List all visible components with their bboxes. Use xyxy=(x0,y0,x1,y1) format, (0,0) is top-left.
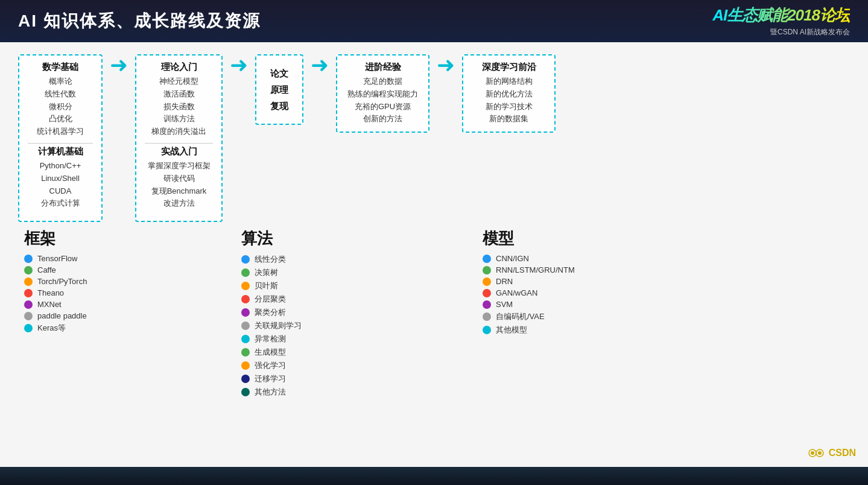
bayes-label: 贝叶斯 xyxy=(255,281,278,291)
math-item-3: 微积分 xyxy=(28,101,93,113)
practice-title: 实战入门 xyxy=(145,146,213,157)
cnn-dot xyxy=(483,255,491,263)
logo-area: AI生态赋能2018论坛 暨CSDN AI新战略发布会 xyxy=(712,5,850,37)
association-label: 关联规则学习 xyxy=(255,320,302,331)
legend-hierarchical: 分层聚类 xyxy=(241,294,410,305)
paddle-dot xyxy=(24,312,33,320)
legend-decision-tree: 决策树 xyxy=(241,267,410,278)
theano-label: Theano xyxy=(37,288,64,297)
csdn-logo: CSDN xyxy=(807,444,856,462)
autoencoder-label: 自编码机/VAE xyxy=(496,311,545,322)
logo-main: AI生态赋能2018论坛 xyxy=(712,5,850,26)
legend-drn: DRN xyxy=(483,277,682,286)
top-bar: AI 知识体系、成长路线及资源 AI生态赋能2018论坛 暨CSDN AI新战略… xyxy=(0,0,868,42)
practice-section: 实战入门 掌握深度学习框架 研读代码 复现Benchmark 改进方法 xyxy=(145,146,213,210)
keras-dot xyxy=(24,324,33,332)
legend-paddle: paddle paddle xyxy=(24,311,169,320)
models-title: 模型 xyxy=(483,228,682,249)
legend-svm: SVM xyxy=(483,300,682,309)
linear-label: 线性分类 xyxy=(255,254,286,265)
generative-label: 生成模型 xyxy=(255,347,286,358)
arrow-1: ➜ xyxy=(110,54,128,76)
paper-title: 论文原理复现 xyxy=(268,65,290,114)
legend-gan: GAN/wGAN xyxy=(483,288,682,297)
advanced-title: 进阶经验 xyxy=(346,62,420,73)
generative-dot xyxy=(241,348,250,357)
legend-association: 关联规则学习 xyxy=(241,320,410,331)
torch-dot xyxy=(24,277,33,286)
content-area: 数学基础 概率论 线性代数 微积分 凸优化 统计机器学习 计算机基础 Pytho… xyxy=(0,42,868,467)
paddle-label: paddle paddle xyxy=(37,311,87,320)
legend-other-model: 其他模型 xyxy=(483,325,682,335)
hierarchical-dot xyxy=(241,295,250,303)
legend-mxnet: MXNet xyxy=(24,300,169,309)
theory-title: 理论入门 xyxy=(145,62,213,73)
box-theory: 理论入门 神经元模型 激活函数 损失函数 训练方法 梯度的消失溢出 实战入门 掌… xyxy=(135,54,223,222)
box-advanced: 进阶经验 充足的数据 熟练的编程实现能力 充裕的GPU资源 创新的方法 xyxy=(336,54,429,133)
models-col: 模型 CNN/IGN RNN/LSTM/GRU/NTM DRN GAN/wGAN… xyxy=(477,228,688,455)
association-dot xyxy=(241,322,250,330)
anomaly-dot xyxy=(241,335,250,343)
drn-label: DRN xyxy=(496,277,513,286)
transfer-label: 迁移学习 xyxy=(255,373,286,384)
legend-transfer: 迁移学习 xyxy=(241,373,410,384)
legend-rl: 强化学习 xyxy=(241,360,410,371)
legend-generative: 生成模型 xyxy=(241,347,410,358)
rl-dot xyxy=(241,361,250,370)
computer-item-1: Python/C++ xyxy=(28,160,93,173)
computer-title: 计算机基础 xyxy=(28,146,93,157)
caffe-dot xyxy=(24,266,33,274)
flow-diagram: 数学基础 概率论 线性代数 微积分 凸优化 统计机器学习 计算机基础 Pytho… xyxy=(18,54,850,222)
box-basics: 数学基础 概率论 线性代数 微积分 凸优化 统计机器学习 计算机基础 Pytho… xyxy=(18,54,103,222)
svg-point-1 xyxy=(811,451,814,455)
legend-cluster: 聚类分析 xyxy=(241,307,410,318)
legend-anomaly: 异常检测 xyxy=(241,334,410,344)
legend-theano: Theano xyxy=(24,288,169,297)
frameworks-title: 框架 xyxy=(24,228,169,249)
caffe-label: Caffe xyxy=(37,265,56,274)
page-title: AI 知识体系、成长路线及资源 xyxy=(18,10,261,33)
math-section: 数学基础 概率论 线性代数 微积分 凸优化 统计机器学习 xyxy=(28,62,93,138)
csdn-text: CSDN xyxy=(829,448,856,458)
legend-keras: Keras等 xyxy=(24,323,169,334)
legend-tensorflow: TensorFlow xyxy=(24,254,169,263)
keras-label: Keras等 xyxy=(37,323,66,334)
other-model-label: 其他模型 xyxy=(496,325,527,335)
autoencoder-dot xyxy=(483,312,491,321)
bottom-section: 框架 TensorFlow Caffe Torch/PyTorch Theano… xyxy=(18,228,850,455)
rl-label: 强化学习 xyxy=(255,360,286,371)
math-item-2: 线性代数 xyxy=(28,88,93,101)
theano-dot xyxy=(24,289,33,297)
gan-label: GAN/wGAN xyxy=(496,288,537,297)
transfer-dot xyxy=(241,375,250,383)
computer-item-2: Linux/Shell xyxy=(28,173,93,185)
legend-caffe: Caffe xyxy=(24,265,169,274)
box-deep: 深度学习前沿 新的网络结构 新的优化方法 新的学习技术 新的数据集 xyxy=(462,54,556,133)
tensorflow-dot xyxy=(24,255,33,263)
gan-dot xyxy=(483,289,491,297)
algorithms-title: 算法 xyxy=(241,228,410,249)
arrow-3: ➜ xyxy=(311,54,329,76)
csdn-icon xyxy=(807,444,825,462)
legend-linear: 线性分类 xyxy=(241,254,410,265)
math-item-1: 概率论 xyxy=(28,75,93,88)
computer-section: 计算机基础 Python/C++ Linux/Shell CUDA 分布式计算 xyxy=(28,146,93,210)
logo-subtitle: 暨CSDN AI新战略发布会 xyxy=(770,27,850,37)
legend-bayes: 贝叶斯 xyxy=(241,281,410,291)
torch-label: Torch/PyTorch xyxy=(37,277,87,286)
computer-item-3: CUDA xyxy=(28,185,93,198)
box-paper: 论文原理复现 xyxy=(255,54,303,125)
legend-autoencoder: 自编码机/VAE xyxy=(483,311,682,322)
legend-torch: Torch/PyTorch xyxy=(24,277,169,286)
legend-other-algo: 其他方法 xyxy=(241,387,410,398)
math-item-5: 统计机器学习 xyxy=(28,125,93,138)
hierarchical-label: 分层聚类 xyxy=(255,294,286,305)
cluster-label: 聚类分析 xyxy=(255,307,286,318)
bottom-bar: CSDN xyxy=(0,467,868,485)
arrow-2: ➜ xyxy=(230,54,248,76)
other-algo-dot xyxy=(241,388,250,396)
math-title: 数学基础 xyxy=(28,62,93,73)
cluster-dot xyxy=(241,308,250,317)
deep-title: 深度学习前沿 xyxy=(472,62,546,73)
bayes-dot xyxy=(241,282,250,290)
